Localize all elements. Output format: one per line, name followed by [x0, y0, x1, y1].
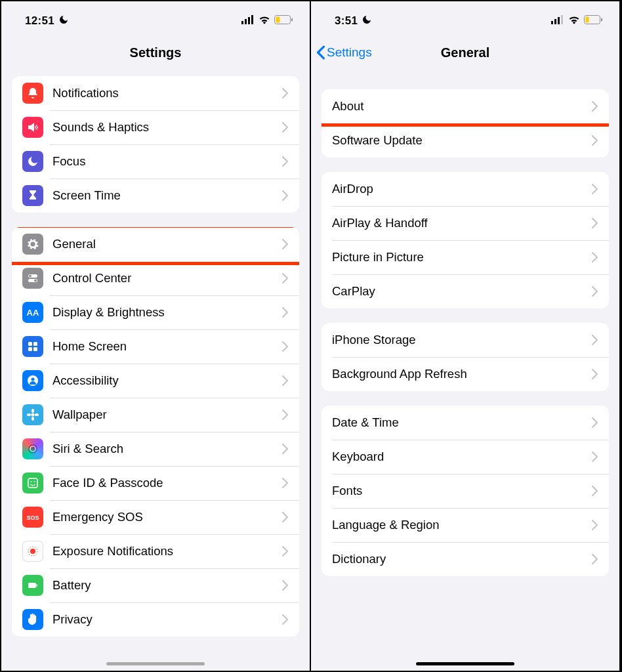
chevron-right-icon	[281, 545, 289, 557]
row-iphone-storage[interactable]: iPhone Storage	[321, 323, 609, 357]
svg-rect-10	[561, 15, 563, 24]
status-bar: 3:51	[311, 1, 619, 35]
chevron-right-icon	[281, 511, 289, 523]
chevron-right-icon	[281, 409, 289, 421]
row-label: Keyboard	[332, 450, 591, 464]
chevron-right-icon	[591, 285, 598, 297]
row-software-update[interactable]: Software Update	[321, 123, 609, 158]
chevron-right-icon	[591, 334, 598, 346]
row-display-brightness[interactable]: Display & Brightness	[12, 295, 299, 329]
svg-rect-5	[276, 17, 280, 23]
row-label: Display & Brightness	[52, 305, 281, 320]
chevron-right-icon	[591, 417, 598, 429]
svg-rect-12	[586, 17, 589, 23]
row-battery[interactable]: Battery	[12, 568, 299, 602]
row-sounds-haptics[interactable]: Sounds & Haptics	[12, 110, 299, 144]
chevron-right-icon	[591, 251, 598, 263]
battery-icon	[584, 15, 602, 27]
hand-icon	[22, 609, 43, 630]
row-label: Fonts	[332, 484, 591, 498]
battery-icon	[274, 15, 293, 27]
home-indicator[interactable]	[416, 662, 514, 665]
chevron-left-icon	[316, 45, 325, 60]
general-section: AboutSoftware Update	[321, 89, 609, 158]
row-screen-time[interactable]: Screen Time	[12, 178, 299, 213]
row-label: iPhone Storage	[332, 333, 591, 347]
row-accessibility[interactable]: Accessibility	[12, 364, 299, 398]
row-label: Software Update	[332, 133, 591, 148]
svg-rect-6	[291, 18, 293, 22]
chevron-right-icon	[281, 190, 289, 201]
chevron-right-icon	[591, 451, 598, 463]
row-label: Face ID & Passcode	[52, 476, 281, 490]
row-home-screen[interactable]: Home Screen	[12, 329, 299, 364]
chevron-right-icon	[591, 368, 598, 380]
general-section: iPhone StorageBackground App Refresh	[321, 323, 609, 391]
row-wallpaper[interactable]: Wallpaper	[12, 398, 299, 432]
row-label: Exposure Notifications	[52, 544, 281, 558]
chevron-right-icon	[281, 443, 289, 455]
chevron-right-icon	[281, 614, 289, 625]
chevron-right-icon	[281, 306, 289, 318]
siri-icon	[22, 438, 43, 459]
chevron-right-icon	[281, 121, 289, 133]
row-airdrop[interactable]: AirDrop	[321, 172, 609, 206]
home-indicator[interactable]	[106, 662, 205, 665]
row-date-time[interactable]: Date & Time	[321, 406, 609, 440]
chevron-right-icon	[591, 485, 598, 497]
row-label: AirDrop	[332, 182, 591, 196]
exposure-icon	[22, 541, 43, 562]
row-exposure-notifications[interactable]: Exposure Notifications	[12, 534, 299, 568]
row-label: Privacy	[52, 612, 281, 627]
svg-rect-2	[248, 17, 250, 24]
svg-rect-9	[558, 17, 560, 24]
row-picture-in-picture[interactable]: Picture in Picture	[321, 240, 609, 274]
general-section: AirDropAirPlay & HandoffPicture in Pictu…	[321, 172, 609, 308]
settings-section: NotificationsSounds & HapticsFocusScreen…	[12, 76, 299, 213]
row-face-id-passcode[interactable]: Face ID & Passcode	[12, 466, 299, 500]
dnd-moon-icon	[58, 14, 69, 28]
row-label: About	[332, 99, 591, 114]
row-control-center[interactable]: Control Center	[12, 261, 299, 295]
status-left: 3:51	[335, 14, 372, 28]
row-general[interactable]: General	[12, 227, 299, 261]
row-label: Control Center	[52, 271, 281, 285]
page-title: Settings	[130, 45, 182, 60]
svg-rect-3	[251, 15, 253, 24]
row-notifications[interactable]: Notifications	[12, 76, 299, 110]
row-label: Accessibility	[52, 373, 281, 388]
row-keyboard[interactable]: Keyboard	[321, 440, 609, 474]
chevron-right-icon	[591, 183, 598, 195]
page-title: General	[441, 45, 489, 60]
chevron-right-icon	[281, 341, 289, 352]
nav-header: Settings General	[311, 35, 619, 70]
aa-icon	[22, 302, 43, 323]
status-left: 12:51	[25, 14, 69, 28]
face-icon	[22, 472, 43, 494]
row-label: Notifications	[52, 86, 281, 100]
svg-rect-0	[241, 21, 243, 24]
chevron-right-icon	[591, 553, 598, 565]
row-carplay[interactable]: CarPlay	[321, 274, 609, 308]
sos-icon	[22, 507, 43, 528]
row-dictionary[interactable]: Dictionary	[321, 542, 609, 576]
row-focus[interactable]: Focus	[12, 144, 299, 178]
row-label: Emergency SOS	[52, 510, 281, 524]
row-siri-search[interactable]: Siri & Search	[12, 432, 299, 466]
row-privacy[interactable]: Privacy	[12, 602, 299, 637]
back-button[interactable]: Settings	[316, 45, 372, 60]
svg-rect-7	[551, 21, 553, 24]
row-fonts[interactable]: Fonts	[321, 474, 609, 508]
chevron-right-icon	[281, 477, 289, 489]
row-about[interactable]: About	[321, 89, 609, 123]
flower-icon	[22, 404, 43, 425]
row-label: General	[52, 237, 281, 251]
person-icon	[22, 370, 43, 391]
row-airplay-handoff[interactable]: AirPlay & Handoff	[321, 206, 609, 240]
settings-screen: 12:51 Settings NotificationsSounds & Hap…	[1, 1, 311, 671]
cellular-icon	[551, 15, 564, 27]
general-screen: 3:51 Settings General AboutSoftware Upda…	[311, 1, 621, 671]
row-emergency-sos[interactable]: Emergency SOS	[12, 500, 299, 534]
row-background-app-refresh[interactable]: Background App Refresh	[321, 357, 609, 391]
row-language-region[interactable]: Language & Region	[321, 508, 609, 542]
